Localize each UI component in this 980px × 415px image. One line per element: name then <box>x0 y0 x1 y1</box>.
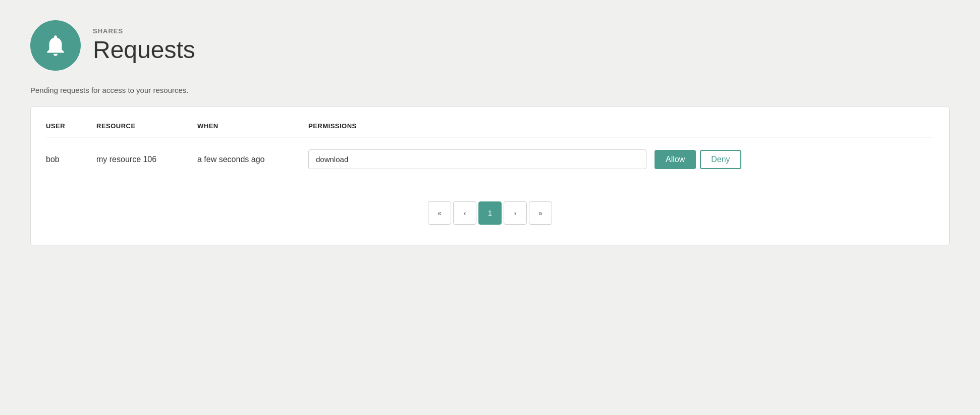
allow-button[interactable]: Allow <box>655 150 696 169</box>
pagination-current[interactable]: 1 <box>478 201 502 225</box>
logo-circle <box>30 20 81 71</box>
column-user: USER <box>46 122 96 137</box>
header-text: SHARES Requests <box>93 27 195 64</box>
page-title: Requests <box>93 37 195 64</box>
cell-resource: my resource 106 <box>96 137 197 182</box>
bell-icon <box>43 33 68 58</box>
cell-user: bob <box>46 137 96 182</box>
requests-table: USER RESOURCE WHEN PERMISSIONS bob my re… <box>46 122 934 181</box>
cell-when: a few seconds ago <box>197 137 308 182</box>
table-header: USER RESOURCE WHEN PERMISSIONS <box>46 122 934 137</box>
pagination-next[interactable]: › <box>504 201 527 225</box>
pagination-last[interactable]: » <box>529 201 552 225</box>
pagination-prev[interactable]: ‹ <box>453 201 476 225</box>
pagination-first[interactable]: « <box>428 201 451 225</box>
page-description: Pending requests for access to your reso… <box>30 86 950 94</box>
row-actions: Allow Deny <box>655 150 741 169</box>
table-row: bob my resource 106 a few seconds ago Al… <box>46 137 934 182</box>
table-body: bob my resource 106 a few seconds ago Al… <box>46 137 934 182</box>
column-when: WHEN <box>197 122 308 137</box>
requests-table-container: USER RESOURCE WHEN PERMISSIONS bob my re… <box>30 107 950 245</box>
pagination: « ‹ 1 › » <box>46 201 934 225</box>
header-subtitle: SHARES <box>93 27 195 35</box>
page-header: SHARES Requests <box>30 20 950 71</box>
column-permissions: PERMISSIONS <box>308 122 934 137</box>
table-header-row: USER RESOURCE WHEN PERMISSIONS <box>46 122 934 137</box>
permissions-cell: Allow Deny <box>308 149 934 169</box>
permissions-input[interactable] <box>308 149 646 169</box>
cell-permissions: Allow Deny <box>308 137 934 182</box>
column-resource: RESOURCE <box>96 122 197 137</box>
deny-button[interactable]: Deny <box>700 150 741 169</box>
